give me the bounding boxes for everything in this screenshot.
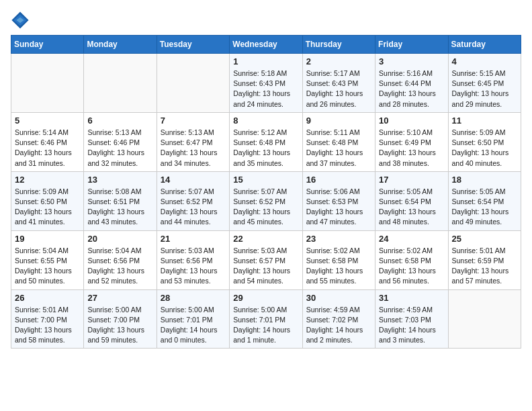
day-number: 19 [15, 234, 80, 244]
calendar-cell: 15Sunrise: 5:07 AMSunset: 6:52 PMDayligh… [230, 171, 302, 230]
day-number: 4 [452, 56, 517, 66]
day-info: Sunrise: 5:00 AMSunset: 7:01 PMDaylight:… [233, 305, 298, 346]
calendar-week-3: 12Sunrise: 5:09 AMSunset: 6:50 PMDayligh… [11, 171, 521, 230]
weekday-header-wednesday: Wednesday [230, 36, 302, 54]
day-info: Sunrise: 5:09 AMSunset: 6:50 PMDaylight:… [15, 187, 80, 228]
calendar-week-1: 1Sunrise: 5:18 AMSunset: 6:43 PMDaylight… [11, 54, 521, 113]
day-info: Sunrise: 5:01 AMSunset: 6:59 PMDaylight:… [452, 246, 517, 287]
day-number: 26 [15, 293, 80, 303]
calendar-cell: 23Sunrise: 5:02 AMSunset: 6:58 PMDayligh… [302, 230, 375, 289]
page-header [11, 11, 521, 30]
calendar-cell: 29Sunrise: 5:00 AMSunset: 7:01 PMDayligh… [230, 289, 302, 349]
calendar-cell: 11Sunrise: 5:09 AMSunset: 6:50 PMDayligh… [448, 112, 521, 171]
calendar-cell: 26Sunrise: 5:01 AMSunset: 7:00 PMDayligh… [11, 289, 84, 349]
calendar-cell: 12Sunrise: 5:09 AMSunset: 6:50 PMDayligh… [11, 171, 84, 230]
day-number: 18 [452, 175, 517, 185]
day-number: 30 [306, 293, 371, 303]
calendar-cell: 9Sunrise: 5:11 AMSunset: 6:48 PMDaylight… [302, 112, 375, 171]
day-info: Sunrise: 5:15 AMSunset: 6:45 PMDaylight:… [452, 68, 517, 109]
day-info: Sunrise: 5:06 AMSunset: 6:53 PMDaylight:… [306, 187, 371, 228]
day-number: 21 [161, 234, 226, 244]
calendar-cell: 10Sunrise: 5:10 AMSunset: 6:49 PMDayligh… [375, 112, 448, 171]
day-info: Sunrise: 5:16 AMSunset: 6:44 PMDaylight:… [379, 68, 444, 109]
day-info: Sunrise: 5:18 AMSunset: 6:43 PMDaylight:… [233, 68, 298, 109]
day-info: Sunrise: 5:07 AMSunset: 6:52 PMDaylight:… [233, 187, 298, 228]
calendar-table: SundayMondayTuesdayWednesdayThursdayFrid… [11, 35, 521, 349]
calendar-cell: 21Sunrise: 5:03 AMSunset: 6:56 PMDayligh… [157, 230, 229, 289]
logo [11, 11, 32, 30]
day-info: Sunrise: 5:04 AMSunset: 6:56 PMDaylight:… [87, 246, 152, 287]
weekday-header-thursday: Thursday [302, 36, 375, 54]
calendar-cell: 8Sunrise: 5:12 AMSunset: 6:48 PMDaylight… [230, 112, 302, 171]
calendar-week-4: 19Sunrise: 5:04 AMSunset: 6:55 PMDayligh… [11, 230, 521, 289]
day-info: Sunrise: 5:05 AMSunset: 6:54 PMDaylight:… [452, 187, 517, 228]
day-number: 12 [15, 175, 80, 185]
calendar-cell [11, 54, 84, 113]
day-info: Sunrise: 4:59 AMSunset: 7:02 PMDaylight:… [306, 305, 371, 346]
day-number: 28 [161, 293, 226, 303]
calendar-cell [157, 54, 229, 113]
calendar-cell: 22Sunrise: 5:03 AMSunset: 6:57 PMDayligh… [230, 230, 302, 289]
day-info: Sunrise: 5:00 AMSunset: 7:01 PMDaylight:… [161, 305, 226, 346]
day-info: Sunrise: 5:10 AMSunset: 6:49 PMDaylight:… [379, 128, 444, 169]
day-info: Sunrise: 5:08 AMSunset: 6:51 PMDaylight:… [87, 187, 152, 228]
day-info: Sunrise: 5:02 AMSunset: 6:58 PMDaylight:… [379, 246, 444, 287]
calendar-cell: 14Sunrise: 5:07 AMSunset: 6:52 PMDayligh… [157, 171, 229, 230]
calendar-cell: 25Sunrise: 5:01 AMSunset: 6:59 PMDayligh… [448, 230, 521, 289]
day-info: Sunrise: 5:13 AMSunset: 6:47 PMDaylight:… [161, 128, 226, 169]
calendar-cell: 18Sunrise: 5:05 AMSunset: 6:54 PMDayligh… [448, 171, 521, 230]
day-number: 1 [233, 56, 298, 66]
day-number: 8 [233, 116, 298, 126]
calendar-cell: 17Sunrise: 5:05 AMSunset: 6:54 PMDayligh… [375, 171, 448, 230]
calendar-cell: 5Sunrise: 5:14 AMSunset: 6:46 PMDaylight… [11, 112, 84, 171]
calendar-cell [84, 54, 157, 113]
day-number: 16 [306, 175, 371, 185]
day-info: Sunrise: 5:13 AMSunset: 6:46 PMDaylight:… [87, 128, 152, 169]
day-number: 13 [87, 175, 152, 185]
day-number: 11 [452, 116, 517, 126]
day-info: Sunrise: 4:59 AMSunset: 7:03 PMDaylight:… [379, 305, 444, 346]
calendar-cell: 4Sunrise: 5:15 AMSunset: 6:45 PMDaylight… [448, 54, 521, 113]
day-info: Sunrise: 5:01 AMSunset: 7:00 PMDaylight:… [15, 305, 80, 346]
weekday-header-friday: Friday [375, 36, 448, 54]
day-number: 9 [306, 116, 371, 126]
calendar-cell: 20Sunrise: 5:04 AMSunset: 6:56 PMDayligh… [84, 230, 157, 289]
day-info: Sunrise: 5:11 AMSunset: 6:48 PMDaylight:… [306, 128, 371, 169]
day-info: Sunrise: 5:04 AMSunset: 6:55 PMDaylight:… [15, 246, 80, 287]
day-info: Sunrise: 5:00 AMSunset: 7:00 PMDaylight:… [87, 305, 152, 346]
calendar-cell [448, 289, 521, 349]
day-number: 17 [379, 175, 444, 185]
day-info: Sunrise: 5:17 AMSunset: 6:43 PMDaylight:… [306, 68, 371, 109]
weekday-header-monday: Monday [84, 36, 157, 54]
day-info: Sunrise: 5:14 AMSunset: 6:46 PMDaylight:… [15, 128, 80, 169]
calendar-cell: 7Sunrise: 5:13 AMSunset: 6:47 PMDaylight… [157, 112, 229, 171]
day-number: 22 [233, 234, 298, 244]
calendar-cell: 27Sunrise: 5:00 AMSunset: 7:00 PMDayligh… [84, 289, 157, 349]
calendar-cell: 2Sunrise: 5:17 AMSunset: 6:43 PMDaylight… [302, 54, 375, 113]
calendar-cell: 16Sunrise: 5:06 AMSunset: 6:53 PMDayligh… [302, 171, 375, 230]
calendar-week-2: 5Sunrise: 5:14 AMSunset: 6:46 PMDaylight… [11, 112, 521, 171]
calendar-cell: 3Sunrise: 5:16 AMSunset: 6:44 PMDaylight… [375, 54, 448, 113]
day-info: Sunrise: 5:07 AMSunset: 6:52 PMDaylight:… [161, 187, 226, 228]
calendar-cell: 1Sunrise: 5:18 AMSunset: 6:43 PMDaylight… [230, 54, 302, 113]
day-number: 24 [379, 234, 444, 244]
logo-icon [11, 11, 30, 30]
calendar-cell: 6Sunrise: 5:13 AMSunset: 6:46 PMDaylight… [84, 112, 157, 171]
day-info: Sunrise: 5:03 AMSunset: 6:57 PMDaylight:… [233, 246, 298, 287]
calendar-cell: 31Sunrise: 4:59 AMSunset: 7:03 PMDayligh… [375, 289, 448, 349]
day-number: 20 [87, 234, 152, 244]
weekday-header-tuesday: Tuesday [157, 36, 229, 54]
weekday-header-sunday: Sunday [11, 36, 84, 54]
calendar-cell: 28Sunrise: 5:00 AMSunset: 7:01 PMDayligh… [157, 289, 229, 349]
day-number: 15 [233, 175, 298, 185]
day-info: Sunrise: 5:03 AMSunset: 6:56 PMDaylight:… [161, 246, 226, 287]
day-number: 6 [87, 116, 152, 126]
day-info: Sunrise: 5:09 AMSunset: 6:50 PMDaylight:… [452, 128, 517, 169]
day-number: 23 [306, 234, 371, 244]
calendar-cell: 30Sunrise: 4:59 AMSunset: 7:02 PMDayligh… [302, 289, 375, 349]
day-number: 14 [161, 175, 226, 185]
day-number: 27 [87, 293, 152, 303]
calendar-cell: 19Sunrise: 5:04 AMSunset: 6:55 PMDayligh… [11, 230, 84, 289]
day-number: 3 [379, 56, 444, 66]
day-number: 7 [161, 116, 226, 126]
